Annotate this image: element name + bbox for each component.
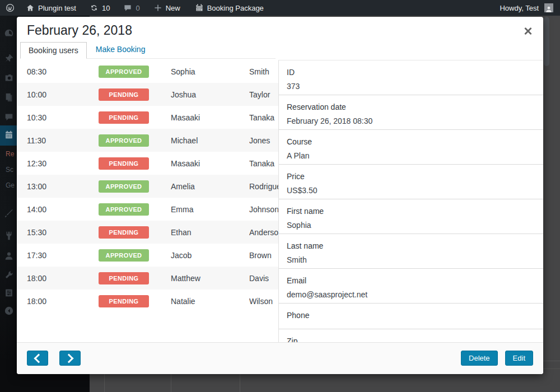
booking-time: 18:00 — [17, 274, 99, 283]
tab-booking-users[interactable]: Booking users — [20, 42, 87, 59]
sidebar-submenu-item[interactable]: Ge — [6, 181, 15, 189]
detail-section: Last nameSmith — [279, 234, 543, 269]
previous-day-button[interactable] — [27, 351, 48, 366]
status-badge-cell: PENDING — [99, 111, 171, 124]
status-badge-cell: PENDING — [99, 226, 171, 239]
table-row[interactable]: 10:00PENDINGJoshuaTaylor — [17, 83, 278, 106]
new-label: New — [166, 4, 180, 12]
table-row[interactable]: 10:30PENDINGMasaakiTanaka — [17, 106, 278, 129]
detail-value: Sophia — [287, 221, 543, 230]
last-name: Tanaka — [249, 113, 278, 122]
sidebar-item-dashboard-icon[interactable] — [4, 28, 14, 38]
booking-time: 13:00 — [17, 182, 99, 191]
updates-count: 10 — [102, 4, 110, 12]
sidebar-item-posts-icon[interactable] — [4, 53, 14, 63]
detail-section: CourseA Plan — [279, 130, 543, 165]
booking-time: 18:00 — [17, 297, 99, 306]
site-menu[interactable]: Plungin test — [26, 3, 76, 12]
wordpress-logo-icon[interactable] — [6, 3, 15, 12]
sidebar-item-plugins-icon[interactable] — [4, 231, 14, 241]
detail-section: First nameSophia — [279, 199, 543, 234]
detail-value: US$3.50 — [287, 186, 543, 195]
new-content-menu[interactable]: New — [153, 3, 180, 12]
first-name: Sophia — [171, 67, 249, 76]
status-badge: APPROVED — [99, 134, 149, 147]
sidebar-submenu-item[interactable]: Re — [6, 150, 14, 158]
booking-time: 12:30 — [17, 159, 99, 168]
edit-button[interactable]: Edit — [505, 351, 533, 366]
detail-label: Phone — [287, 311, 543, 320]
table-row[interactable]: 18:00PENDINGNatalieWilson — [17, 290, 278, 312]
booking-package-menu[interactable]: Booking Package — [195, 3, 264, 12]
sidebar-submenu-item[interactable]: Sc — [6, 166, 13, 174]
sidebar-item-calendar-icon[interactable] — [4, 130, 14, 140]
status-badge: PENDING — [99, 226, 149, 239]
first-name: Natalie — [171, 297, 249, 306]
last-name: Brown — [249, 251, 278, 260]
table-row[interactable]: 13:00APPROVEDAmeliaRodriguez — [17, 175, 278, 198]
table-row[interactable]: 15:30PENDINGEthanAnderson — [17, 221, 278, 244]
detail-value: February 26, 2018 08:30 — [287, 116, 543, 125]
status-badge-cell: PENDING — [99, 157, 171, 170]
comments-menu[interactable]: 0 — [123, 3, 139, 12]
table-row[interactable]: 08:30APPROVEDSophiaSmith — [17, 60, 278, 83]
page-scrollbar-thumb[interactable] — [544, 17, 549, 66]
booking-time: 10:00 — [17, 90, 99, 99]
tab-strip: Booking users Make Booking — [20, 42, 276, 59]
detail-label: Reservation date — [287, 102, 543, 111]
detail-section: Phone — [279, 304, 543, 329]
detail-value: demo@saasproject.net — [287, 290, 543, 299]
booking-package-label: Booking Package — [207, 4, 264, 12]
last-name: Anderson — [249, 228, 278, 237]
detail-label: Last name — [287, 241, 543, 250]
table-row[interactable]: 11:30APPROVEDMichaelJones — [17, 129, 278, 152]
status-badge-cell: APPROVED — [99, 180, 171, 193]
table-row[interactable]: 14:00APPROVEDEmmaJohnson — [17, 198, 278, 221]
delete-button[interactable]: Delete — [461, 351, 498, 366]
table-row[interactable]: 18:00PENDINGMatthewDavis — [17, 267, 278, 290]
booking-time: 17:30 — [17, 251, 99, 260]
booking-details-panel: ID373Reservation dateFebruary 26, 2018 0… — [278, 60, 543, 343]
booking-time: 08:30 — [17, 67, 99, 76]
status-badge: PENDING — [99, 157, 149, 170]
updates-menu[interactable]: 10 — [90, 3, 110, 12]
last-name: Rodriguez — [249, 182, 278, 191]
site-name: Plungin test — [38, 4, 76, 12]
first-name: Masaaki — [171, 113, 249, 122]
first-name: Joshua — [171, 90, 249, 99]
status-badge: PENDING — [99, 88, 149, 101]
close-icon[interactable] — [523, 26, 533, 36]
first-name: Ethan — [171, 228, 249, 237]
home-icon — [26, 3, 35, 12]
table-row[interactable]: 12:30PENDINGMasaakiTanaka — [17, 152, 278, 175]
detail-section: PriceUS$3.50 — [279, 165, 543, 199]
admin-bar: Plungin test 10 0 New Booking Package Ho… — [0, 0, 560, 16]
first-name: Amelia — [171, 182, 249, 191]
detail-value: Smith — [287, 255, 543, 264]
detail-section: Emaildemo@saasproject.net — [279, 269, 543, 304]
status-badge-cell: APPROVED — [99, 203, 171, 216]
sidebar-item-pages-icon[interactable] — [4, 92, 14, 102]
sidebar-item-comments-icon[interactable] — [4, 112, 14, 122]
next-day-button[interactable] — [59, 351, 81, 366]
status-badge-cell: PENDING — [99, 295, 171, 307]
sidebar-item-users-icon[interactable] — [4, 251, 14, 261]
updates-icon — [90, 3, 99, 12]
tab-make-booking[interactable]: Make Booking — [96, 45, 146, 58]
last-name: Taylor — [249, 90, 278, 99]
sidebar-item-tools-icon[interactable] — [4, 270, 14, 280]
booking-detail-modal: February 26, 2018 Booking users Make Boo… — [17, 17, 543, 374]
sidebar-item-media-icon[interactable] — [4, 73, 14, 83]
sidebar-item-appearance-icon[interactable] — [4, 208, 14, 218]
status-badge: APPROVED — [99, 66, 149, 78]
booking-time: 10:30 — [17, 113, 99, 122]
sidebar-item-settings-icon[interactable] — [4, 288, 14, 298]
account-menu[interactable]: Howdy, Test — [500, 3, 560, 12]
booking-time: 14:00 — [17, 205, 99, 214]
modal-footer: Delete Edit — [17, 342, 543, 374]
last-name: Smith — [249, 67, 278, 76]
first-name: Emma — [171, 205, 249, 214]
first-name: Jacob — [171, 251, 249, 260]
table-row[interactable]: 17:30APPROVEDJacobBrown — [17, 244, 278, 267]
sidebar-item-collapse-icon[interactable] — [4, 306, 14, 316]
